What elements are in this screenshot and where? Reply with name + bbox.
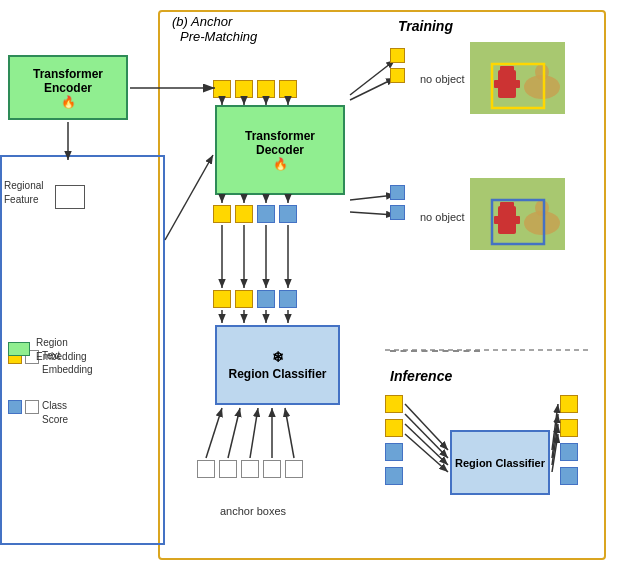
svg-rect-11 (494, 216, 520, 224)
sq-m4 (279, 205, 297, 223)
anchor-label-sub: Pre-Matching (180, 29, 257, 44)
sq-m3 (257, 205, 275, 223)
sq-b1 (213, 290, 231, 308)
legend-blue-sq (8, 400, 22, 414)
transformer-encoder-label: Transformer Encoder (33, 67, 103, 95)
sq-y3 (257, 80, 275, 98)
hydrant-svg-2 (470, 178, 565, 250)
training-yellow-col1 (390, 48, 405, 83)
anchor-sq-4 (263, 460, 281, 478)
inf-out-y1 (560, 395, 578, 413)
sq-m2 (235, 205, 253, 223)
inf-out-y2 (560, 419, 578, 437)
inf-in-y2 (385, 419, 403, 437)
fire-icon-encoder: 🔥 (61, 95, 76, 109)
region-classifier-label: Region Classifier (228, 367, 326, 381)
sq-m1 (213, 205, 231, 223)
sq-y4 (279, 80, 297, 98)
mid-squares-row2 (213, 290, 297, 308)
inference-output-col (560, 395, 578, 485)
tr-b2 (390, 205, 405, 220)
inference-input-col (385, 395, 403, 485)
svg-rect-5 (500, 66, 514, 72)
diagram-container: Transformer Encoder 🔥 (b) Anchor Pre-Mat… (0, 0, 618, 572)
regional-feature-label: RegionalFeature (4, 178, 43, 206)
sq-b3 (257, 290, 275, 308)
training-blue-col2 (390, 185, 405, 220)
anchor-sq-2 (219, 460, 237, 478)
inf-in-b1 (385, 443, 403, 461)
legend-white-sq2 (25, 400, 39, 414)
tr-y2 (390, 68, 405, 83)
fire-icon-decoder: 🔥 (273, 157, 288, 171)
sq-b4 (279, 290, 297, 308)
svg-point-2 (535, 64, 549, 80)
anchor-sq-3 (241, 460, 259, 478)
anchor-boxes-row (197, 460, 303, 478)
anchor-sq-1 (197, 460, 215, 478)
tr-b1 (390, 185, 405, 200)
class-score-label: ClassScore (42, 398, 68, 426)
feature-box (55, 185, 85, 209)
top-yellow-squares (213, 80, 297, 98)
tr-y1 (390, 48, 405, 63)
sq-b2 (235, 290, 253, 308)
no-object-label-1: no object (420, 72, 465, 86)
svg-point-9 (535, 200, 549, 216)
inference-label: Inference (390, 368, 452, 384)
region-embedding-box (8, 342, 30, 356)
dashed-separator (390, 350, 480, 352)
legend-class-score (8, 400, 39, 414)
inf-in-b2 (385, 467, 403, 485)
sq-y1 (213, 80, 231, 98)
transformer-decoder-box: TransformerDecoder 🔥 (215, 105, 345, 195)
hydrant-svg-1 (470, 42, 565, 114)
transformer-decoder-label: TransformerDecoder (245, 129, 315, 157)
inf-out-b2 (560, 467, 578, 485)
anchor-label-text: (b) Anchor (172, 14, 232, 29)
inf-out-b1 (560, 443, 578, 461)
no-object-label-2: no object (420, 210, 465, 224)
region-classifier-inference-label: Region Classifier (455, 457, 545, 469)
training-label: Training (398, 18, 453, 34)
region-classifier-inference-box: Region Classifier (450, 430, 550, 495)
region-embedding-label: RegionEmbedding (36, 335, 87, 363)
anchor-pre-matching-label: (b) Anchor Pre-Matching (172, 14, 257, 44)
region-classifier-main-box: ❄ Region Classifier (215, 325, 340, 405)
svg-rect-12 (500, 202, 514, 208)
svg-rect-4 (494, 80, 520, 88)
inf-in-y1 (385, 395, 403, 413)
anchor-boxes-label: anchor boxes (220, 505, 286, 517)
anchor-sq-5 (285, 460, 303, 478)
sq-y2 (235, 80, 253, 98)
training-image-2 (470, 178, 565, 250)
mid-squares-row1 (213, 205, 297, 223)
snowflake-icon: ❄ (272, 349, 284, 365)
training-image-1 (470, 42, 565, 114)
transformer-encoder-box: Transformer Encoder 🔥 (8, 55, 128, 120)
